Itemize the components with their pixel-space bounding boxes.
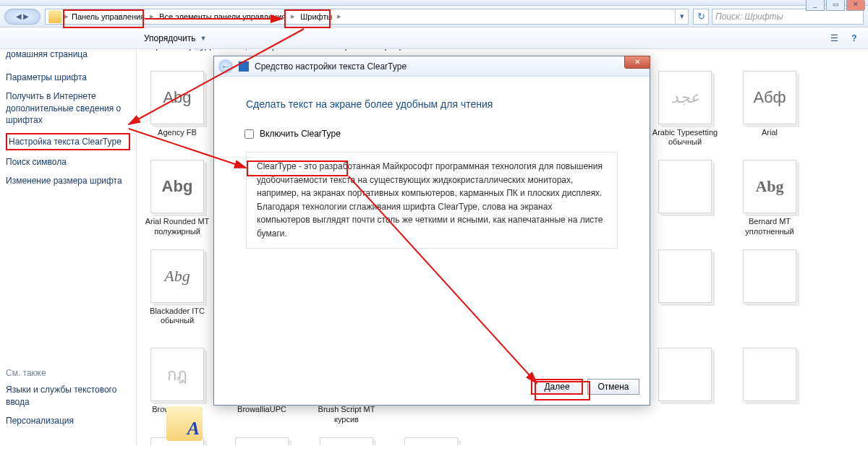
enable-cleartype-row[interactable]: Включить ClearType: [244, 129, 618, 139]
chevron-right-icon: ▸: [289, 12, 297, 21]
font-preview: ﻋﺠﺪ: [658, 71, 712, 124]
sidebar-cleartype-settings[interactable]: Настройка текста ClearType: [6, 133, 130, 150]
breadcrumb-all-items[interactable]: Все элементы панели управления: [156, 9, 289, 24]
chevron-right-icon: ▸: [335, 12, 344, 21]
font-item-arial-rounded[interactable]: Abg Arial Rounded MT полужирный: [144, 160, 210, 236]
font-item-bernard-mt[interactable]: Abg Bernard MT уплотненный: [736, 160, 803, 236]
cleartype-description: ClearType - это разработанная Майкрософт…: [246, 152, 618, 249]
dialog-heading: Сделать текст на экране более удобным дл…: [246, 98, 618, 110]
font-item-arial[interactable]: Абф Arial: [736, 71, 803, 147]
back-icon: ◀: [16, 12, 22, 20]
dialog-title-text: Средство настройки текста ClearType: [255, 61, 407, 72]
search-placeholder: Поиск: Шрифты: [715, 12, 783, 22]
sidebar-link-text-services[interactable]: Языки и службы текстового ввода: [6, 384, 130, 407]
cleartype-dialog: ← Средство настройки текста ClearType ✕ …: [213, 56, 650, 406]
refresh-button[interactable]: ↻: [693, 9, 709, 25]
font-label: Arabic Typesetting обычный: [652, 128, 718, 147]
font-preview: Abg: [150, 71, 204, 124]
sidebar-find-char[interactable]: Поиск символа: [6, 156, 130, 168]
help-icon[interactable]: ?: [846, 30, 862, 46]
font-preview: กฎ: [150, 348, 204, 401]
organize-button[interactable]: Упорядочить ▼: [136, 30, 218, 46]
font-preview: Abg: [743, 160, 796, 213]
chevron-right-icon: ▸: [148, 12, 156, 21]
fonts-folder-icon: [166, 406, 203, 441]
navbar: ◀ ▶ ▸ Панель управления ▸ Все элементы п…: [0, 6, 868, 27]
sidebar-web-font-info[interactable]: Получить в Интернете дополнительные свед…: [6, 90, 130, 126]
breadcrumb-control-panel[interactable]: Панель управления: [69, 9, 148, 24]
sidebar-font-settings[interactable]: Параметры шрифта: [6, 72, 130, 83]
font-label: Arial Rounded MT полужирный: [144, 217, 210, 236]
chevron-down-icon: ▼: [200, 35, 206, 42]
font-label: BrowalliaUPC: [229, 405, 295, 414]
view-icon[interactable]: ☰: [826, 30, 842, 46]
font-label: Brush Script MT курсив: [313, 405, 380, 424]
font-preview: Абф: [743, 71, 796, 124]
font-item-blackadder[interactable]: Abg Blackadder ITC обычный: [144, 249, 210, 335]
enable-cleartype-label: Включить ClearType: [260, 129, 341, 139]
font-item-arabic-typesetting[interactable]: ﻋﺠﺪ Arabic Typesetting обычный: [652, 71, 718, 147]
font-preview: Abg: [150, 160, 204, 213]
toolbar: Упорядочить ▼ ☰ ?: [0, 27, 868, 49]
forward-icon: ▶: [23, 12, 29, 20]
minimize-button[interactable]: _: [806, 0, 825, 11]
font-label: Agency FB: [144, 128, 210, 137]
next-button[interactable]: Далее: [531, 379, 583, 395]
breadcrumb-fonts[interactable]: Шрифты: [297, 9, 335, 24]
address-dropdown-icon[interactable]: ▾: [675, 9, 688, 24]
dialog-titlebar[interactable]: ← Средство настройки текста ClearType ✕: [214, 56, 650, 77]
sidebar: Панель управления - домашняя страница Па…: [0, 27, 136, 445]
dialog-back-icon[interactable]: ←: [218, 59, 233, 74]
folder-icon: [48, 10, 61, 23]
address-bar[interactable]: ▸ Панель управления ▸ Все элементы панел…: [45, 9, 689, 25]
titlebar: _ ▭ ✕: [0, 0, 868, 6]
cancel-button[interactable]: Отмена: [587, 379, 639, 395]
sidebar-link-personalization[interactable]: Персонализация: [6, 415, 130, 427]
font-label: Arial: [736, 128, 803, 137]
dialog-app-icon: [239, 61, 249, 72]
maximize-button[interactable]: ▭: [826, 0, 845, 11]
font-label: Blackadder ITC обычный: [144, 307, 210, 325]
window-close-button[interactable]: ✕: [846, 0, 865, 11]
dialog-close-button[interactable]: ✕: [624, 56, 650, 69]
sidebar-font-size[interactable]: Изменение размера шрифта: [6, 175, 130, 187]
font-item-agency-fb[interactable]: Abg Agency FB: [144, 71, 210, 147]
enable-cleartype-checkbox[interactable]: [244, 129, 254, 139]
organize-label: Упорядочить: [144, 33, 195, 43]
nav-back-forward[interactable]: ◀ ▶: [4, 9, 41, 25]
font-label: Bernard MT уплотненный: [736, 217, 803, 236]
font-preview: Abg: [150, 249, 204, 303]
sidebar-seealso-header: См. также: [6, 368, 130, 378]
window-controls: _ ▭ ✕: [804, 0, 865, 11]
